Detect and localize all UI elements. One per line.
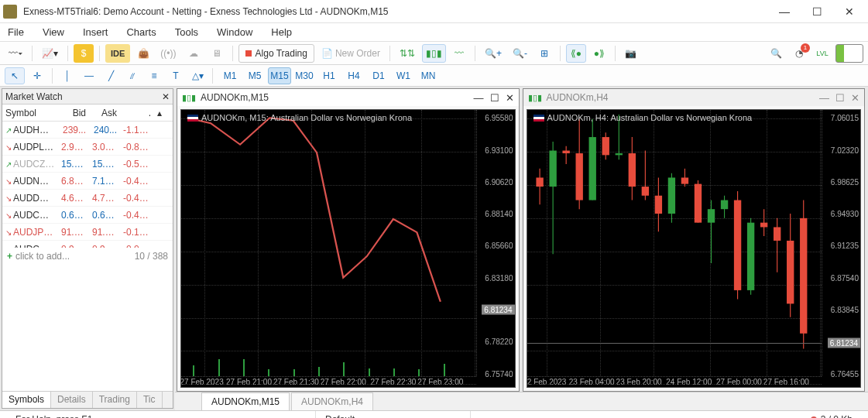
- mw-tab-trading[interactable]: Trading: [93, 392, 137, 408]
- new-order-button[interactable]: 📄 New Order: [317, 44, 384, 63]
- mw-tab-symbols[interactable]: Symbols: [2, 392, 51, 408]
- svg-rect-29: [720, 200, 727, 210]
- menu-help[interactable]: Help: [271, 26, 292, 38]
- zoom-in-icon[interactable]: 🔍+: [481, 44, 506, 63]
- line-dropdown-icon[interactable]: 〰▾: [5, 44, 26, 63]
- search-icon[interactable]: 🔍: [766, 44, 786, 63]
- chart1-body[interactable]: AUDNOKm, M15: Australian Dollar vs Norwe…: [180, 109, 516, 388]
- timeframe-H4[interactable]: H4: [342, 67, 365, 84]
- wifi-icon[interactable]: ((•)): [156, 44, 180, 63]
- channel-icon[interactable]: ⫽: [123, 67, 142, 84]
- bar-chart-icon[interactable]: ⇅⇅: [396, 44, 419, 63]
- chart2-close-icon[interactable]: ✕: [851, 92, 859, 104]
- chart1-minimize-icon[interactable]: —: [474, 92, 484, 104]
- timeframe-M5[interactable]: M5: [243, 67, 266, 84]
- market-watch-row[interactable]: AUDCZKm15.0...15.0...-0.51%: [2, 156, 173, 173]
- chart-tab[interactable]: AUDNOKm,M15: [201, 392, 290, 410]
- column-bid[interactable]: Bid: [58, 108, 89, 118]
- text-icon[interactable]: T: [166, 67, 185, 84]
- zoom-out-icon[interactable]: 🔍-: [509, 44, 531, 63]
- market-watch-add-row[interactable]: + click to add... 10 / 388: [2, 248, 173, 265]
- chart-style-dropdown-icon[interactable]: 📈▾: [38, 44, 62, 63]
- candle-chart-icon[interactable]: ▮▯▮: [422, 44, 446, 63]
- column-symbol[interactable]: Symbol: [2, 108, 58, 118]
- market-watch-row[interactable]: AUDHUFm239...240...-1.12%: [2, 122, 173, 139]
- timeframe-H1[interactable]: H1: [317, 67, 341, 84]
- menu-tools[interactable]: Tools: [175, 26, 198, 38]
- svg-rect-7: [575, 153, 582, 200]
- chart2-candles: [527, 110, 822, 376]
- auto-scroll-icon[interactable]: ⟪●: [566, 44, 586, 63]
- chart2-minimize-icon[interactable]: —: [819, 92, 829, 104]
- chart2-maximize-icon[interactable]: ☐: [835, 92, 845, 104]
- market-watch-close-icon[interactable]: ✕: [162, 91, 170, 102]
- menu-window[interactable]: Window: [217, 26, 252, 38]
- minimize-button[interactable]: —: [769, 1, 800, 22]
- camera-icon[interactable]: 📷: [621, 44, 641, 63]
- battery-icon[interactable]: [835, 44, 863, 63]
- chart1-close-icon[interactable]: ✕: [506, 92, 514, 104]
- svg-rect-27: [707, 209, 714, 222]
- chart2-titlebar[interactable]: ▮▯▮ AUDNOKm,H4 — ☐ ✕: [523, 89, 865, 106]
- chart2-body[interactable]: AUDNOKm, H4: Australian Dollar vs Norweg…: [527, 109, 862, 388]
- vps-icon[interactable]: 🖥: [207, 44, 227, 63]
- cloud-icon[interactable]: ☁: [184, 44, 204, 63]
- chart1-maximize-icon[interactable]: ☐: [490, 92, 499, 104]
- column-ask[interactable]: Ask: [89, 108, 120, 118]
- market-watch-row[interactable]: AUDPLNm2.93...3.05...-0.87%: [2, 139, 173, 156]
- svg-rect-17: [641, 187, 648, 196]
- column-change[interactable]: .: [120, 108, 154, 118]
- timeframe-M1[interactable]: M1: [218, 67, 242, 84]
- dollar-icon[interactable]: $: [74, 44, 94, 63]
- chart1-titlebar[interactable]: ▮▯▮ AUDNOKm,M15 — ☐ ✕: [177, 89, 519, 106]
- close-button[interactable]: ✕: [834, 1, 865, 22]
- cursor-icon[interactable]: ↖: [5, 67, 25, 84]
- svg-rect-25: [694, 184, 701, 223]
- timeframe-M15[interactable]: M15: [268, 67, 291, 84]
- timeframe-W1[interactable]: W1: [392, 67, 415, 84]
- shapes-dropdown-icon[interactable]: △▾: [188, 67, 207, 84]
- timeframe-D1[interactable]: D1: [367, 67, 390, 84]
- chart1-line: [181, 110, 476, 376]
- mw-tab-details[interactable]: Details: [51, 392, 93, 408]
- algo-trading-button[interactable]: Algo Trading: [238, 44, 314, 63]
- mw-tab-tic[interactable]: Tic: [137, 392, 163, 408]
- chart2-title: AUDNOKm,H4: [547, 92, 609, 103]
- crosshair-icon[interactable]: ✛: [28, 67, 46, 84]
- tile-windows-icon[interactable]: ⊞: [534, 44, 554, 63]
- line-chart-icon[interactable]: 〰: [449, 44, 469, 63]
- svg-rect-33: [746, 223, 753, 290]
- chart1-price-tag: 6.81234: [482, 304, 514, 314]
- market-watch-row[interactable]: AUDCHFm0.63...0.63...-0.45%: [2, 207, 173, 224]
- shopping-bag-icon[interactable]: 👜: [133, 44, 153, 63]
- market-watch-row[interactable]: AUDNOK...6.81...7.12...-0.47%: [2, 173, 173, 190]
- chart-tab[interactable]: AUDNOKm,H4: [291, 392, 373, 410]
- chart-shift-icon[interactable]: ●⟫: [589, 44, 609, 63]
- svg-rect-37: [773, 227, 780, 240]
- menu-insert[interactable]: Insert: [83, 26, 108, 38]
- menu-view[interactable]: View: [43, 26, 64, 38]
- timeframe-MN[interactable]: MN: [417, 67, 440, 84]
- market-watch-row[interactable]: AUDJPYm91.73691.783-0.12%: [2, 224, 173, 241]
- status-profile[interactable]: Default: [316, 411, 471, 418]
- market-watch-row[interactable]: AUDCAD...0.91...0.91...-0.09%: [2, 241, 173, 248]
- chart-tabs: AUDNOKm,M15AUDNOKm,H4: [175, 392, 868, 410]
- menu-charts[interactable]: Charts: [126, 26, 156, 38]
- maximize-button[interactable]: ☐: [801, 1, 832, 22]
- menu-file[interactable]: File: [8, 26, 24, 38]
- status-network[interactable]: 3 / 0 Kb: [801, 411, 862, 418]
- level-icon[interactable]: LVL: [812, 44, 832, 63]
- notifications-icon[interactable]: ◔1: [789, 44, 809, 63]
- horizontal-line-icon[interactable]: —: [80, 67, 98, 84]
- svg-rect-1: [536, 177, 543, 187]
- timeframe-M30[interactable]: M30: [293, 67, 316, 84]
- market-watch-row[interactable]: AUDDKKm4.69...4.75...-0.46%: [2, 190, 173, 207]
- trend-line-icon[interactable]: ╱: [101, 67, 120, 84]
- scroll-up-icon[interactable]: ▴: [154, 108, 163, 118]
- svg-rect-31: [733, 200, 740, 290]
- svg-rect-5: [562, 151, 569, 153]
- chart-window-2: ▮▯▮ AUDNOKm,H4 — ☐ ✕ AUDNOKm, H4: Austra…: [523, 88, 866, 392]
- vertical-line-icon[interactable]: │: [58, 67, 77, 84]
- ide-button[interactable]: IDE: [105, 44, 130, 63]
- fibonacci-icon[interactable]: ≡: [145, 67, 163, 84]
